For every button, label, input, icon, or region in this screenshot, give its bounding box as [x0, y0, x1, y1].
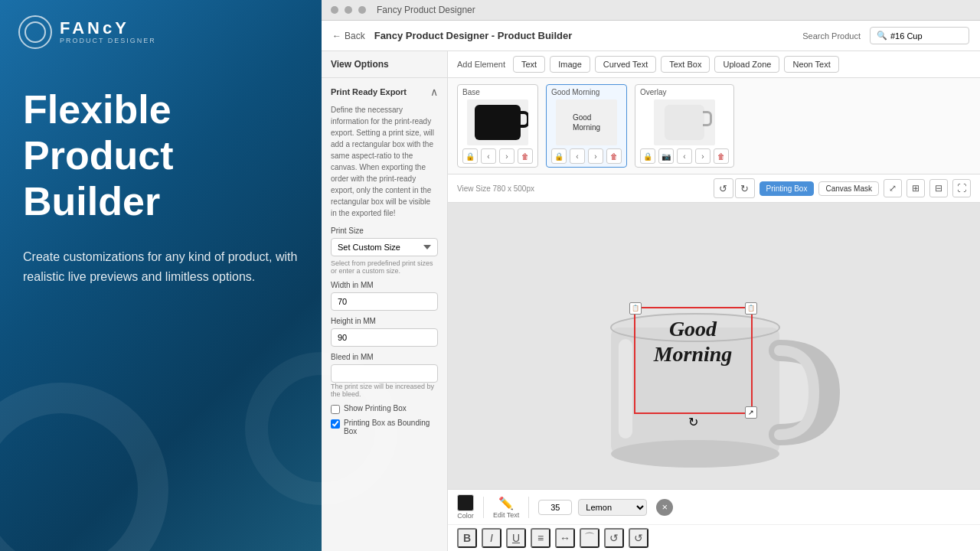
section-description: Define the necessary information for the…	[331, 104, 438, 219]
zoom-out-button[interactable]: ⊟	[929, 179, 948, 197]
layer-controls-good-morning: 🔒 ‹ › 🗑	[551, 148, 622, 164]
width-input[interactable]	[331, 292, 438, 311]
print-size-label: Print Size	[331, 227, 438, 235]
print-size-select[interactable]: Set Custom Size	[331, 238, 438, 256]
layer-next-btn-overlay[interactable]: ›	[695, 148, 710, 164]
select-hint: Select from predefined print sizes or en…	[331, 259, 438, 275]
layer-next-btn-gm[interactable]: ›	[588, 148, 603, 164]
font-select[interactable]: Lemon	[578, 499, 647, 516]
hero-description: Create customizations for any kind of pr…	[23, 247, 299, 286]
search-input-wrapper: 🔍	[870, 27, 969, 44]
view-options-header: View Options	[322, 51, 447, 78]
height-input[interactable]	[331, 328, 438, 347]
layer-mug-white	[665, 105, 704, 140]
canvas-view[interactable]: 📋 📋 GoodMorning ↻ ↗	[448, 203, 980, 551]
chrome-dot-3	[358, 6, 366, 14]
color-label: Color	[457, 512, 474, 520]
color-swatch[interactable]	[457, 494, 474, 511]
deco-circle-bottom-right	[245, 352, 398, 505]
layer-preview-base	[467, 99, 528, 145]
reset-button[interactable]: ↺	[629, 528, 648, 548]
layer-label-base: Base	[462, 88, 480, 96]
layer-thumb-base[interactable]: Base 🔒 ‹ › 🗑	[457, 84, 538, 168]
rotate-btn[interactable]: ↺	[604, 528, 624, 548]
layer-prev-btn-gm[interactable]: ‹	[570, 148, 585, 164]
rotate-handle[interactable]: ↻	[688, 415, 698, 429]
layer-text-content: GoodMorning	[570, 109, 603, 135]
layer-preview-overlay	[654, 99, 715, 145]
layer-next-btn-base[interactable]: ›	[499, 148, 514, 164]
undo-button[interactable]: ↺	[714, 178, 733, 198]
collapse-icon[interactable]: ∧	[430, 86, 438, 98]
curve-button[interactable]: ⌒	[580, 528, 599, 548]
edit-text-control[interactable]: ✏️ Edit Text	[493, 496, 519, 519]
text-element-container[interactable]: GoodMorning	[635, 316, 751, 367]
layer-thumb-overlay[interactable]: Overlay 🔒 📷 ‹ › 🗑	[635, 84, 734, 168]
layer-prev-btn-base[interactable]: ‹	[481, 148, 496, 164]
bold-button[interactable]: B	[457, 528, 477, 548]
layer-prev-btn-overlay[interactable]: ‹	[677, 148, 692, 164]
canvas-mask-button[interactable]: Canvas Mask	[818, 181, 879, 196]
add-curved-text-button[interactable]: Curved Text	[595, 56, 657, 73]
search-input[interactable]	[890, 31, 967, 41]
layer-delete-btn-base[interactable]: 🗑	[518, 148, 533, 164]
align-button[interactable]: ≡	[531, 528, 550, 548]
layer-lock-btn-gm[interactable]: 🔒	[551, 148, 567, 164]
logo-text-block: FANcY PRODUCT DESIGNER	[60, 20, 156, 44]
text-edit-toolbar: Color ✏️ Edit Text Lemon ×	[448, 489, 980, 551]
scale-handle-br[interactable]: ↗	[745, 406, 757, 419]
layer-camera-btn-overlay[interactable]: 📷	[658, 148, 674, 164]
window-chrome: Fancy Product Designer	[322, 0, 980, 21]
layer-controls-base: 🔒 ‹ › 🗑	[462, 148, 533, 164]
add-text-box-button[interactable]: Text Box	[661, 56, 710, 73]
layer-thumb-good-morning[interactable]: Good Morning GoodMorning 🔒 ‹ › 🗑	[546, 84, 627, 168]
search-icon: 🔍	[877, 31, 887, 41]
layer-mug-black	[475, 105, 521, 140]
layer-label-good-morning: Good Morning	[551, 88, 599, 96]
left-marketing-panel: FANcY PRODUCT DESIGNER Flexible Product …	[0, 0, 322, 551]
chrome-dot-2	[345, 6, 352, 14]
add-upload-zone-button[interactable]: Upload Zone	[714, 56, 779, 73]
separator-1	[483, 497, 484, 518]
printing-box[interactable]: 📋 📋 GoodMorning ↻ ↗	[634, 307, 753, 414]
fullscreen-button[interactable]: ⛶	[952, 179, 971, 197]
italic-button[interactable]: I	[482, 528, 501, 548]
element-bar: Add Element Text Image Curved Text Text …	[448, 51, 980, 78]
chrome-dot-1	[331, 6, 338, 14]
search-product-label: Search Product	[802, 31, 861, 41]
redo-button[interactable]: ↻	[735, 178, 755, 198]
add-image-button[interactable]: Image	[550, 56, 590, 73]
print-box-corner-tr[interactable]: 📋	[745, 302, 757, 315]
back-button[interactable]: ← Back	[332, 31, 365, 41]
section-header: Print Ready Export ∧	[331, 86, 438, 98]
back-arrow-icon: ←	[332, 31, 341, 41]
add-text-button[interactable]: Text	[513, 56, 545, 73]
font-size-input[interactable]	[538, 500, 572, 515]
width-label: Width in MM	[331, 281, 438, 289]
layer-lock-btn-base[interactable]: 🔒	[462, 148, 478, 164]
zoom-in-button[interactable]: ⊞	[906, 179, 925, 197]
close-toolbar-button[interactable]: ×	[656, 499, 673, 516]
add-neon-text-button[interactable]: Neon Text	[784, 56, 838, 73]
layer-lock-btn-overlay[interactable]: 🔒	[640, 148, 655, 164]
layer-delete-btn-gm[interactable]: 🗑	[606, 148, 622, 164]
canvas-size-label: View Size 780 x 500px	[457, 184, 534, 193]
fit-canvas-button[interactable]: ⤢	[884, 179, 902, 197]
layer-preview-good-morning: GoodMorning	[556, 99, 617, 145]
logo-icon	[18, 15, 52, 49]
layer-mug-handle	[519, 111, 528, 128]
color-control[interactable]: Color	[457, 494, 474, 520]
section-title: Print Ready Export	[331, 87, 407, 96]
main-toolbar: ← Back Fancy Product Designer - Product …	[322, 21, 980, 51]
text-toolbar-row1: Color ✏️ Edit Text Lemon ×	[448, 490, 980, 524]
add-element-label: Add Element	[457, 60, 505, 69]
printing-box-button[interactable]: Printing Box	[760, 181, 815, 196]
layer-delete-btn-overlay[interactable]: 🗑	[714, 148, 729, 164]
edit-text-label: Edit Text	[493, 511, 519, 519]
underline-button[interactable]: U	[506, 528, 526, 548]
toolbar-title: Fancy Product Designer - Product Builder	[374, 30, 793, 41]
print-box-corner-tl[interactable]: 📋	[629, 302, 642, 315]
overlay-mug-handle	[703, 111, 712, 126]
letter-spacing-button[interactable]: ↔	[555, 528, 575, 548]
text-element-content: GoodMorning	[635, 316, 751, 367]
